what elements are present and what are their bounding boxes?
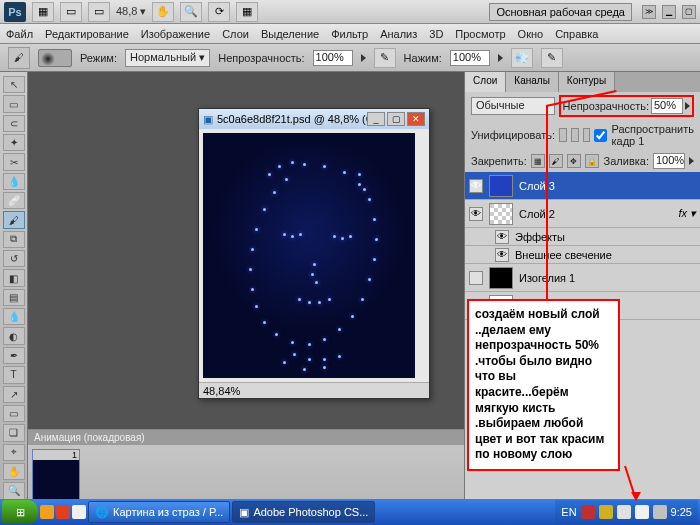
tab-channels[interactable]: Каналы <box>506 72 559 92</box>
workspace-switcher[interactable]: Основная рабочая среда <box>489 3 632 21</box>
quick-launch-icon[interactable] <box>56 505 70 519</box>
tab-paths[interactable]: Контуры <box>559 72 615 92</box>
start-button[interactable]: ⊞ <box>2 500 38 524</box>
fill-slider-icon[interactable] <box>689 157 694 165</box>
view-extras-button[interactable]: ▭ <box>60 2 82 22</box>
hand-tool[interactable]: ✋ <box>3 463 25 480</box>
history-brush-tool[interactable]: ↺ <box>3 250 25 267</box>
layer-effects[interactable]: 👁 Эффекты <box>465 228 700 246</box>
marquee-tool[interactable]: ▭ <box>3 95 25 112</box>
taskbar-item[interactable]: ▣Adobe Photoshop CS... <box>232 501 375 523</box>
brush-tool[interactable]: 🖌 <box>3 211 25 228</box>
document-window[interactable]: ▣ 5c0a6e8d8f21t.psd @ 48,8% (Сл... _ ▢ ✕… <box>198 108 430 399</box>
quick-launch-icon[interactable] <box>72 505 86 519</box>
stamp-tool[interactable]: ⧉ <box>3 231 25 248</box>
maximize-window[interactable]: ▢ <box>682 5 696 19</box>
layer-row[interactable]: 👁 Слой 3 <box>465 172 700 200</box>
flow-arrow-icon[interactable] <box>498 54 503 62</box>
tray-icon[interactable] <box>581 505 595 519</box>
expand-icon[interactable]: ≫ <box>642 5 656 19</box>
lock-paint-icon[interactable]: 🖌 <box>549 154 563 168</box>
eraser-tool[interactable]: ◧ <box>3 269 25 286</box>
layer-thumb[interactable] <box>489 267 513 289</box>
menu-filter[interactable]: Фильтр <box>331 28 368 40</box>
unify-style-icon[interactable] <box>583 128 591 142</box>
menu-window[interactable]: Окно <box>518 28 544 40</box>
brush-preset[interactable] <box>38 49 72 67</box>
gradient-tool[interactable]: ▤ <box>3 289 25 306</box>
tab-layers[interactable]: Слои <box>465 72 506 92</box>
wand-tool[interactable]: ✦ <box>3 134 25 151</box>
pen-tool[interactable]: ✒ <box>3 347 25 364</box>
tray-icon[interactable] <box>599 505 613 519</box>
menu-help[interactable]: Справка <box>555 28 598 40</box>
layer-effect-glow[interactable]: 👁 Внешнее свечение <box>465 246 700 264</box>
lock-position-icon[interactable]: ✥ <box>567 154 581 168</box>
canvas[interactable] <box>203 133 415 378</box>
doc-maximize[interactable]: ▢ <box>387 112 405 126</box>
unify-position-icon[interactable] <box>559 128 567 142</box>
opacity-field[interactable]: 100% <box>313 50 353 66</box>
menu-layers[interactable]: Слои <box>222 28 249 40</box>
visibility-icon[interactable]: 👁 <box>495 230 509 244</box>
visibility-icon[interactable]: 👁 <box>469 207 483 221</box>
menu-select[interactable]: Выделение <box>261 28 319 40</box>
layer-thumb[interactable] <box>489 203 513 225</box>
blur-tool[interactable]: 💧 <box>3 308 25 325</box>
fill-field[interactable]: 100% <box>653 153 685 169</box>
menu-image[interactable]: Изображение <box>141 28 210 40</box>
rotate-button[interactable]: ⟳ <box>208 2 230 22</box>
bridge-button[interactable]: ▦ <box>32 2 54 22</box>
lasso-tool[interactable]: ⊂ <box>3 115 25 132</box>
move-tool[interactable]: ↖ <box>3 76 25 93</box>
hand-button[interactable]: ✋ <box>152 2 174 22</box>
zoom-button[interactable]: 🔍 <box>180 2 202 22</box>
lock-pixels-icon[interactable]: ▦ <box>531 154 545 168</box>
tray-icon[interactable] <box>617 505 631 519</box>
menu-file[interactable]: Файл <box>6 28 33 40</box>
arrange-button[interactable]: ▦ <box>236 2 258 22</box>
minimize-window[interactable]: ▁ <box>662 5 676 19</box>
airbrush-button[interactable]: 💨 <box>511 48 533 68</box>
tablet-opacity-button[interactable]: ✎ <box>374 48 396 68</box>
opacity-slider-icon[interactable] <box>685 102 690 110</box>
screen-mode-button[interactable]: ▭ <box>88 2 110 22</box>
layer-thumb[interactable] <box>489 175 513 197</box>
shape-tool[interactable]: ▭ <box>3 405 25 422</box>
layer-blend-mode[interactable]: Обычные <box>471 97 555 115</box>
unify-visibility-icon[interactable] <box>571 128 579 142</box>
language-indicator[interactable]: EN <box>561 506 576 518</box>
blend-mode-select[interactable]: Нормальный ▾ <box>125 49 210 67</box>
visibility-icon[interactable]: 👁 <box>495 248 509 262</box>
menu-3d[interactable]: 3D <box>429 28 443 40</box>
visibility-icon[interactable]: 👁 <box>469 179 483 193</box>
animation-header[interactable]: Анимация (покадровая) <box>28 430 464 445</box>
eyedropper-tool[interactable]: 💧 <box>3 173 25 190</box>
type-tool[interactable]: T <box>3 366 25 383</box>
tablet-size-button[interactable]: ✎ <box>541 48 563 68</box>
layer-name[interactable]: Слой 2 <box>519 208 555 220</box>
taskbar-item[interactable]: 🌐Картина из страз / Р... <box>88 501 230 523</box>
menu-analysis[interactable]: Анализ <box>380 28 417 40</box>
quick-launch-icon[interactable] <box>40 505 54 519</box>
lock-all-icon[interactable]: 🔒 <box>585 154 599 168</box>
document-titlebar[interactable]: ▣ 5c0a6e8d8f21t.psd @ 48,8% (Сл... _ ▢ ✕ <box>199 109 429 129</box>
menu-view[interactable]: Просмотр <box>455 28 505 40</box>
layer-opacity-field[interactable]: 50% <box>651 98 683 114</box>
propagate-checkbox[interactable] <box>594 129 607 142</box>
tray-icon[interactable] <box>635 505 649 519</box>
flow-field[interactable]: 100% <box>450 50 490 66</box>
clock[interactable]: 9:25 <box>671 506 692 518</box>
visibility-icon[interactable] <box>469 271 483 285</box>
layer-row[interactable]: Изогелия 1 <box>465 264 700 292</box>
layer-name[interactable]: Слой 3 <box>519 180 555 192</box>
crop-tool[interactable]: ✂ <box>3 153 25 170</box>
path-tool[interactable]: ↗ <box>3 386 25 403</box>
opacity-arrow-icon[interactable] <box>361 54 366 62</box>
tray-icon[interactable] <box>653 505 667 519</box>
3d-tool[interactable]: ❏ <box>3 424 25 441</box>
3d-camera-tool[interactable]: ⌖ <box>3 444 25 461</box>
doc-close[interactable]: ✕ <box>407 112 425 126</box>
healing-tool[interactable]: 🩹 <box>3 192 25 209</box>
doc-minimize[interactable]: _ <box>367 112 385 126</box>
